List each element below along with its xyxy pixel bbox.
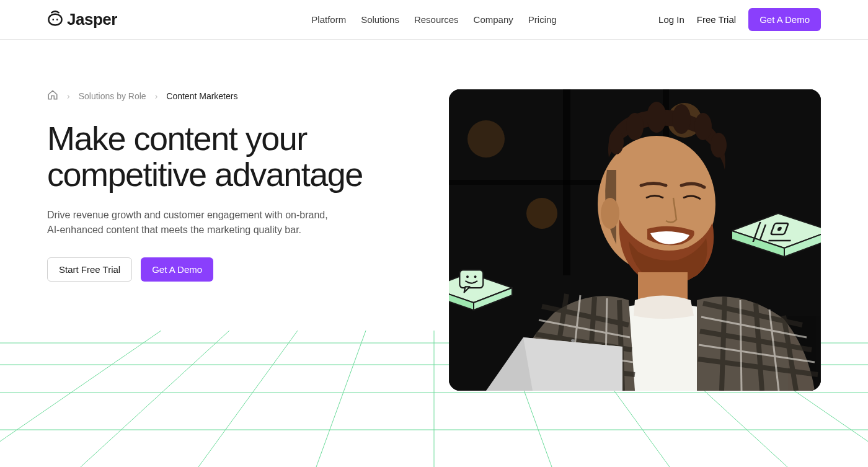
login-link[interactable]: Log In	[658, 14, 684, 25]
chat-smiley-badge-icon	[449, 263, 517, 331]
svg-point-48	[466, 275, 469, 278]
svg-point-18	[711, 133, 727, 158]
svg-point-49	[474, 275, 477, 278]
svg-point-15	[672, 104, 691, 134]
svg-point-41	[571, 339, 575, 342]
svg-line-39	[740, 300, 742, 391]
hero-text-column: › Solutions by Role › Content Marketers …	[47, 89, 394, 391]
logo-icon	[47, 11, 63, 29]
header-right: Log In Free Trial Get A Demo	[658, 8, 821, 31]
svg-point-17	[609, 130, 624, 154]
main-nav: Platform Solutions Resources Company Pri…	[311, 14, 556, 25]
start-free-trial-button[interactable]: Start Free Trial	[47, 257, 132, 282]
svg-point-0	[48, 14, 61, 25]
chevron-right-icon: ›	[155, 91, 158, 101]
logo[interactable]: Jasper	[47, 10, 117, 29]
svg-point-16	[694, 113, 712, 140]
breadcrumb-current: Content Marketers	[166, 91, 237, 101]
cta-row: Start Free Trial Get A Demo	[47, 257, 394, 282]
breadcrumb: › Solutions by Role › Content Marketers	[47, 89, 394, 103]
site-header: Jasper Platform Solutions Resources Comp…	[0, 0, 868, 40]
breadcrumb-parent[interactable]: Solutions by Role	[79, 91, 146, 101]
nav-solutions[interactable]: Solutions	[361, 14, 399, 25]
svg-point-1	[52, 19, 54, 20]
hero-image-column	[419, 89, 821, 391]
svg-point-19	[601, 198, 619, 229]
svg-point-4	[467, 120, 505, 158]
get-demo-button-hero[interactable]: Get A Demo	[141, 257, 213, 282]
main-content: › Solutions by Role › Content Marketers …	[0, 40, 868, 391]
breadcrumb-home[interactable]	[47, 89, 58, 103]
svg-point-5	[526, 198, 557, 229]
svg-rect-46	[459, 270, 483, 288]
layout-panel-badge-icon	[732, 201, 821, 282]
svg-point-14	[647, 102, 666, 133]
hero-image	[449, 89, 821, 391]
logo-text: Jasper	[67, 10, 117, 29]
svg-point-13	[626, 113, 644, 140]
nav-resources[interactable]: Resources	[414, 14, 459, 25]
get-demo-button[interactable]: Get A Demo	[748, 8, 821, 31]
page-title: Make content your competitive advantage	[47, 120, 394, 193]
free-trial-link[interactable]: Free Trial	[697, 14, 736, 25]
svg-point-2	[56, 19, 58, 20]
nav-pricing[interactable]: Pricing	[528, 14, 557, 25]
nav-platform[interactable]: Platform	[311, 14, 346, 25]
hero-subtitle: Drive revenue growth and customer engage…	[47, 208, 332, 238]
chevron-right-icon: ›	[67, 91, 70, 101]
svg-line-30	[722, 297, 725, 391]
nav-company[interactable]: Company	[474, 14, 513, 25]
